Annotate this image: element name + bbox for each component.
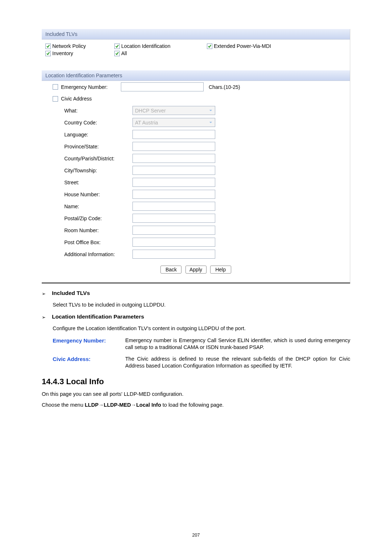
row-pobox: Post Office Box:: [42, 236, 350, 248]
field-label: Street:: [64, 180, 79, 185]
checkbox-icon: [114, 44, 120, 49]
included-tlvs-header: Included TLVs: [42, 29, 350, 40]
room-input[interactable]: [132, 226, 215, 235]
def-term: Civic Address:: [53, 356, 125, 370]
tlv-label: All: [121, 50, 127, 56]
field-label: What:: [64, 108, 78, 114]
row-postal: Postal/Zip Code:: [42, 212, 350, 224]
definition-grid: Emergency Number: Emergency number is Em…: [53, 337, 350, 370]
back-button[interactable]: Back: [160, 266, 181, 274]
def-body: Emergency number is Emergency Call Servi…: [125, 337, 350, 351]
checkbox-icon: [45, 51, 51, 56]
row-name: Name:: [42, 200, 350, 212]
p2-post: to load the following page.: [161, 402, 224, 408]
row-province: Province/State:: [42, 140, 350, 152]
field-label: Emergency Number:: [61, 84, 107, 90]
row-what: What: DHCP Server: [42, 104, 350, 116]
desc-included: ➢ Included TLVs Select TLVs to be includ…: [42, 290, 350, 308]
tlv-location-identification[interactable]: Location Identification: [114, 43, 207, 49]
row-country: Country Code: AT Austria: [42, 116, 350, 128]
p2-bold: LLDP→LLDP-MED→Local Info: [85, 402, 161, 408]
row-city: City/Township:: [42, 164, 350, 176]
select-value: DHCP Server: [135, 108, 166, 114]
country-select[interactable]: AT Austria: [132, 118, 215, 127]
chevron-down-icon: [209, 120, 213, 126]
row-civic: Civic Address: [42, 93, 350, 104]
county-input[interactable]: [132, 154, 215, 163]
checkbox-icon[interactable]: [53, 84, 58, 90]
postal-input[interactable]: [132, 214, 215, 223]
province-input[interactable]: [132, 142, 215, 151]
row-county: County/Parish/District:: [42, 152, 350, 164]
field-label: Post Office Box:: [64, 239, 101, 245]
desc-text: Select TLVs to be included in outgoing L…: [53, 301, 350, 308]
select-value: AT Austria: [135, 120, 158, 126]
section-heading: 14.4.3 Local Info: [42, 377, 350, 386]
desc-text: Configure the Location Identification TL…: [53, 325, 350, 332]
tlv-inventory[interactable]: Inventory: [45, 50, 114, 56]
tlvs-row-1: Network Policy Location Identification E…: [45, 43, 346, 49]
tlvs-row-2: Inventory All: [45, 50, 346, 56]
field-label: Additional Information:: [64, 251, 115, 257]
checkbox-icon: [114, 51, 120, 56]
field-label: Room Number:: [64, 227, 99, 233]
tlv-label: Network Policy: [52, 43, 86, 49]
field-label: Civic Address: [61, 96, 92, 102]
def-term: Emergency Number:: [53, 337, 125, 351]
section-p1: On this page you can see all ports' LLDP…: [42, 391, 350, 398]
row-street: Street:: [42, 176, 350, 188]
def-body: The Civic address is defined to reuse th…: [125, 356, 350, 370]
field-label: County/Parish/District:: [64, 156, 114, 161]
p2-pre: Choose the menu: [42, 402, 85, 408]
house-input[interactable]: [132, 190, 215, 199]
row-addl: Additional Information:: [42, 248, 350, 260]
row-house: House Number:: [42, 188, 350, 200]
field-label: Province/State:: [64, 144, 99, 149]
field-label: House Number:: [64, 192, 100, 197]
checkbox-icon[interactable]: [53, 96, 58, 102]
def-row: Emergency Number: Emergency number is Em…: [53, 337, 350, 351]
language-input[interactable]: [132, 130, 215, 139]
desc-title: Included TLVs: [52, 290, 90, 296]
location-params-header: Location Identification Parameters: [42, 70, 350, 81]
pobox-input[interactable]: [132, 238, 215, 247]
tlv-label: Extended Power-Via-MDI: [214, 43, 271, 49]
location-params-section: Location Identification Parameters Emerg…: [42, 70, 350, 274]
tlv-label: Inventory: [52, 50, 73, 56]
emergency-input[interactable]: [121, 82, 204, 91]
field-label: Country Code:: [64, 120, 97, 126]
tlv-network-policy[interactable]: Network Policy: [45, 43, 114, 49]
city-input[interactable]: [132, 166, 215, 175]
what-select[interactable]: DHCP Server: [132, 106, 215, 115]
tlv-extended-power[interactable]: Extended Power-Via-MDI: [207, 43, 346, 49]
checkbox-icon: [207, 44, 212, 49]
desc-title: Location Identification Parameters: [52, 313, 144, 320]
bullet-arrow-icon: ➢: [42, 290, 47, 298]
field-label: City/Township:: [64, 168, 97, 173]
tlv-all[interactable]: All: [114, 50, 207, 56]
chevron-down-icon: [209, 108, 213, 114]
def-row: Civic Address: The Civic address is defi…: [53, 356, 350, 370]
desc-locparams: ➢ Location Identification Parameters Con…: [42, 313, 350, 370]
apply-button[interactable]: Apply: [185, 266, 207, 274]
config-panel: Included TLVs Network Policy Location Id…: [42, 29, 350, 283]
field-label: Name:: [64, 204, 79, 209]
section-p2: Choose the menu LLDP→LLDP-MED→Local Info…: [42, 402, 350, 409]
field-label: Language:: [64, 132, 88, 138]
emergency-hint: Chars.(10-25): [209, 84, 240, 90]
row-room: Room Number:: [42, 224, 350, 236]
name-input[interactable]: [132, 202, 215, 211]
button-row: Back Apply Help: [42, 266, 350, 274]
tlv-label: Location Identification: [121, 43, 170, 49]
tlvs-grid: Network Policy Location Identification E…: [42, 40, 350, 61]
row-emergency: Emergency Number: Chars.(10-25): [42, 81, 350, 93]
checkbox-icon: [45, 44, 51, 49]
page-number: 207: [0, 533, 392, 538]
row-language: Language:: [42, 128, 350, 140]
street-input[interactable]: [132, 178, 215, 187]
help-button[interactable]: Help: [210, 266, 231, 274]
bullet-arrow-icon: ➢: [42, 313, 47, 321]
field-label: Postal/Zip Code:: [64, 216, 102, 221]
addl-input[interactable]: [132, 250, 215, 259]
